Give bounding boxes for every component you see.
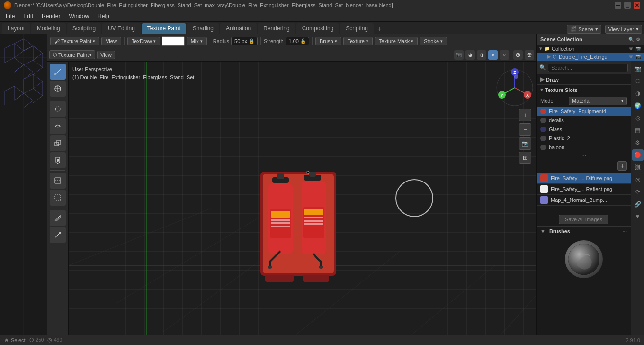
tab-compositing[interactable]: Compositing [296,23,340,34]
material-item-3[interactable]: Plastic_2 [537,134,631,143]
scene-props-button[interactable]: 🌍 [632,100,644,111]
annotate-line-button[interactable] [50,227,66,243]
shading-rendered-button[interactable]: ● [488,50,498,60]
expand-props-button[interactable]: ▼ [632,211,644,222]
shading-solid-button[interactable]: ◕ [465,50,475,60]
brush-type-dropdown[interactable]: TexDraw ▾ [127,37,160,45]
frame-button[interactable]: ⊞ [519,152,531,164]
brush-type-chevron-icon: ▾ [153,39,156,44]
mode-prop-dropdown[interactable]: Material ▾ [569,97,627,105]
texture-dots: ⋯ [537,206,631,213]
camera-view-button[interactable]: 📷 [519,137,531,150]
texture-label: Texture [348,38,365,44]
texture-item-0[interactable]: Fire_Safety_... Diffuse.png [537,173,631,184]
close-button[interactable]: ✕ [634,2,640,9]
view-menu-button[interactable]: View [97,51,115,59]
zoom-in-button[interactable]: + [519,109,531,121]
texture-item-2[interactable]: Map_4_Normal_Bump... [537,195,631,206]
zoom-out-button[interactable]: − [519,123,531,136]
menu-file[interactable]: File [2,12,18,20]
fill-tool-button[interactable] [50,152,66,168]
object-props-button[interactable]: ▤ [632,125,644,136]
menu-help[interactable]: Help [94,12,113,20]
grab-tool-button[interactable] [50,81,66,97]
add-workspace-button[interactable]: + [375,24,384,34]
tab-scripting[interactable]: Scripting [340,23,374,34]
material-item-1[interactable]: details [537,116,631,125]
texture-slots-header[interactable]: ▾ Texture Slots [537,85,631,95]
svg-rect-46 [271,222,290,224]
properties-search-input[interactable] [548,64,628,72]
separator-4 [312,37,313,45]
select-box-button[interactable] [50,190,66,206]
soften-tool-button[interactable] [50,101,66,117]
texture-mask-dropdown[interactable]: Texture Mask ▾ [375,37,418,45]
object-item[interactable]: ▶ ⬡ Double_Fire_Extingu 👁 📷 [537,53,644,61]
object-visibility-icon[interactable]: 👁 [629,54,634,59]
blend-mode-dropdown[interactable]: Mix ▾ [187,37,207,45]
collection-visibility-icon[interactable]: 👁 [629,46,634,51]
world-props-button[interactable]: ◎ [632,112,644,124]
tab-sculpting[interactable]: Sculpting [67,23,101,34]
shading-eevee-button[interactable]: ○ [500,50,509,60]
svg-line-26 [353,265,495,335]
scene-dropdown[interactable]: 🎬 Scene ▾ [567,25,601,34]
overlay-button[interactable] [513,50,523,60]
strength-field[interactable]: 1.00 🔒 [286,37,309,45]
menu-edit[interactable]: Edit [19,12,37,20]
brushes-section-header[interactable]: ▼ Brushes ⋯ [537,227,631,236]
material-name-2: Glass [549,127,562,132]
view-layer-props-button[interactable]: ◑ [632,88,644,99]
tab-layout[interactable]: Layout [2,23,30,34]
maximize-button[interactable]: □ [624,2,631,9]
material-item-2[interactable]: Glass [537,125,631,134]
collection-item[interactable]: ▾ 📁 Collection 👁 📷 [537,45,644,53]
view-button[interactable]: View [101,37,121,45]
annotate-button[interactable] [50,210,66,226]
constraints-props-button[interactable]: 🔗 [632,199,644,210]
render-props-button[interactable]: 📷 [632,63,644,74]
shading-material-button[interactable]: ◑ [477,50,486,60]
minimize-button[interactable]: ─ [615,2,621,9]
texture-dropdown[interactable]: Texture ▾ [343,37,373,45]
collection-render-icon[interactable]: 📷 [635,46,641,51]
smear-tool-button[interactable] [50,118,66,134]
material-props-button[interactable]: 🔴 [632,149,644,161]
add-texture-button[interactable]: + [617,161,627,171]
tab-uv-editing[interactable]: UV Editing [102,23,141,34]
outliner-settings-icon[interactable]: ⚙ [636,37,640,42]
view-layer-dropdown[interactable]: View Layer ▾ [605,25,642,34]
tab-modeling[interactable]: Modeling [31,23,66,34]
mask-tool-button[interactable] [50,172,66,189]
draw-section-header[interactable]: ▶ Draw [537,74,631,85]
filter-icon[interactable]: 🔍 [628,37,634,42]
material-item-0[interactable]: Fire_Safety_Equipment4 [537,107,631,116]
save-all-images-button[interactable]: Save All Images [559,215,608,224]
3d-viewport[interactable]: User Perspective (1) Double_Fire_Extingu… [69,62,536,335]
camera-button[interactable]: 📷 [454,50,464,60]
radius-field[interactable]: 50 px 🔒 [231,37,258,45]
gizmo-button[interactable] [525,50,534,60]
texture-props-button[interactable]: 🖼 [632,162,644,173]
object-render-icon[interactable]: 📷 [635,54,641,59]
tab-animation[interactable]: Animation [220,23,257,34]
color-swatch[interactable] [162,36,185,46]
draw-tool-button[interactable] [50,64,66,80]
menu-window[interactable]: Window [65,12,93,20]
texture-item-1[interactable]: Fire_Safety_... Reflect.png [537,184,631,195]
scene-chevron-icon: ▾ [595,26,598,32]
tab-shading[interactable]: Shading [187,23,219,34]
physics-props-button[interactable]: ⟳ [632,186,644,198]
output-props-button[interactable]: ⬡ [632,75,644,87]
clone-tool-button[interactable] [50,135,66,151]
tab-texture-paint[interactable]: Texture Paint [142,23,186,34]
modifier-props-button[interactable]: ⚙ [632,137,644,148]
tab-rendering[interactable]: Rendering [258,23,295,34]
viewport-mode-button[interactable]: ⬡ Texture Paint ▾ [49,50,95,59]
material-item-4[interactable]: baloon [537,143,631,152]
brush-dropdown[interactable]: Brush ▾ [315,37,341,45]
mode-selector[interactable]: 🖌 Texture Paint ▾ [50,37,99,45]
menu-render[interactable]: Render [38,12,64,20]
stroke-dropdown[interactable]: Stroke ▾ [420,37,447,45]
particles-props-button[interactable]: ◎ [632,174,644,185]
